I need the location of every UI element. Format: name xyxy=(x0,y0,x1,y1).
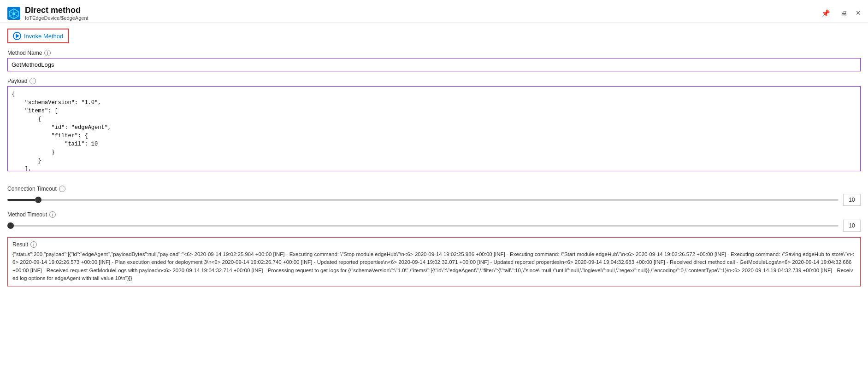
panel-subtitle: IoTEdgeDevice/$edgeAgent xyxy=(25,15,89,21)
connection-timeout-section: Connection Timeout i 10 xyxy=(7,186,861,206)
connection-timeout-slider-row: 10 xyxy=(7,194,861,206)
method-timeout-slider[interactable] xyxy=(7,225,838,227)
connection-timeout-label: Connection Timeout i xyxy=(7,186,861,192)
method-name-info-icon[interactable]: i xyxy=(44,50,51,56)
connection-timeout-value: 10 xyxy=(843,194,861,206)
play-icon xyxy=(13,32,21,40)
result-section: Result i {"status":200,"payload":[{"id":… xyxy=(7,237,861,286)
method-timeout-section: Method Timeout i 10 xyxy=(7,211,861,232)
invoke-method-label: Invoke Method xyxy=(24,33,63,40)
panel-content: Invoke Method Method Name i Payload i Co… xyxy=(0,23,868,294)
panel-title-area: Direct method IoTEdgeDevice/$edgeAgent xyxy=(7,6,89,21)
method-timeout-label: Method Timeout i xyxy=(7,211,861,218)
result-info-icon[interactable]: i xyxy=(30,241,37,248)
azure-iot-logo xyxy=(7,7,20,20)
close-button[interactable]: × xyxy=(856,8,861,18)
panel-header-icons: 📌 🖨 × xyxy=(820,8,861,18)
result-text: {"status":200,"payload":[{"id":"edgeAgen… xyxy=(12,251,856,282)
connection-timeout-slider[interactable] xyxy=(7,199,838,201)
method-name-input[interactable] xyxy=(7,58,861,71)
method-timeout-slider-row: 10 xyxy=(7,220,861,232)
method-timeout-value: 10 xyxy=(843,220,861,232)
payload-info-icon[interactable]: i xyxy=(30,78,36,84)
print-button[interactable]: 🖨 xyxy=(838,8,849,18)
connection-timeout-info-icon[interactable]: i xyxy=(59,186,65,192)
panel-title-text: Direct method IoTEdgeDevice/$edgeAgent xyxy=(25,6,89,21)
result-label: Result i xyxy=(12,241,856,248)
svg-point-2 xyxy=(12,12,15,15)
payload-label: Payload i xyxy=(7,78,861,84)
play-triangle xyxy=(16,34,19,38)
method-timeout-info-icon[interactable]: i xyxy=(49,211,56,218)
panel-header: Direct method IoTEdgeDevice/$edgeAgent 📌… xyxy=(0,0,868,23)
invoke-method-button[interactable]: Invoke Method xyxy=(7,29,69,43)
print-icon: 🖨 xyxy=(840,9,847,17)
panel-title: Direct method xyxy=(25,6,89,15)
direct-method-panel: Direct method IoTEdgeDevice/$edgeAgent 📌… xyxy=(0,0,868,379)
method-name-label: Method Name i xyxy=(7,50,861,56)
pin-icon: 📌 xyxy=(821,9,830,17)
payload-textarea[interactable] xyxy=(7,86,861,171)
payload-wrapper xyxy=(7,86,861,179)
pin-button[interactable]: 📌 xyxy=(820,8,832,18)
